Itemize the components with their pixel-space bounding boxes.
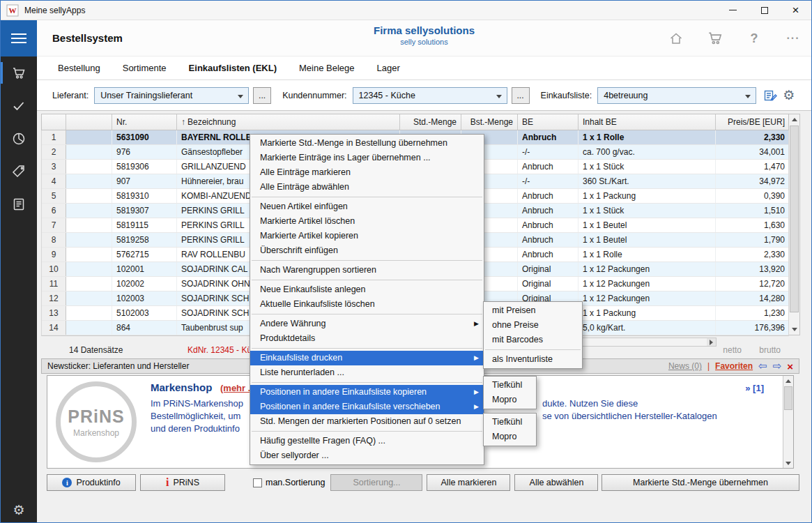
edit-list-button[interactable] <box>763 89 777 103</box>
news-scrollbar-thumb[interactable] <box>784 386 792 410</box>
tab-meine-belege[interactable]: Meine Belege <box>299 63 355 73</box>
menu-item[interactable]: Liste herunterladen ... <box>250 365 484 380</box>
man-sortierung-checkbox[interactable] <box>253 478 262 487</box>
col-select[interactable] <box>66 114 112 130</box>
lieferant-browse-button[interactable]: ... <box>253 87 271 104</box>
menu-item[interactable]: Neuen Artikel einfügen <box>250 199 484 214</box>
menu-item[interactable]: Mopro <box>484 393 536 407</box>
settings-gear-icon[interactable]: ⚙ <box>1 502 37 518</box>
sidebar-item-bestaetigen[interactable] <box>1 89 37 122</box>
kundennummer-browse-button[interactable]: ... <box>512 87 530 104</box>
menu-item[interactable]: Tiefkühl <box>484 378 536 393</box>
tab-sortimente[interactable]: Sortimente <box>123 63 167 73</box>
cart-button[interactable] <box>705 29 725 48</box>
news-scroll-down-button[interactable] <box>783 458 793 468</box>
news-pager[interactable]: » [1] <box>745 383 764 393</box>
menu-item[interactable]: Mopro <box>484 430 536 444</box>
cell-nr: 5631090 <box>112 130 177 144</box>
favoriten-link[interactable]: Favoriten <box>715 361 753 371</box>
menu-item[interactable]: Markierte Artikel löschen <box>250 214 484 229</box>
menu-toggle-button[interactable] <box>1 20 37 56</box>
info-icon: i <box>62 478 72 487</box>
col-be[interactable]: BE <box>518 114 579 130</box>
cell-rownum: 2 <box>42 145 66 159</box>
menu-item-label: Alle Einträge markieren <box>260 167 351 177</box>
netto-label[interactable]: netto <box>723 345 742 355</box>
produktinfo-button[interactable]: i Produktinfo <box>47 474 136 491</box>
minimize-button[interactable] <box>717 1 749 20</box>
menu-item[interactable]: Überschrift einfügen <box>250 243 484 258</box>
menu-item[interactable]: Andere Währung▶ <box>250 317 484 331</box>
col-bezeichnung[interactable]: ↑Bezeichnung <box>177 114 400 130</box>
scroll-right-button[interactable] <box>707 338 716 346</box>
menu-item[interactable]: Über sellyorder ... <box>250 448 484 463</box>
menu-item[interactable]: Produktdetails <box>250 331 484 346</box>
news-scroll-up-button[interactable] <box>783 376 793 386</box>
menu-item[interactable]: mit Preisen <box>484 303 582 318</box>
cell-inhalt-be: 5,0 kg/Kart. <box>579 321 716 335</box>
scroll-up-button[interactable] <box>789 114 799 125</box>
sidebar-item-preise[interactable] <box>1 155 37 188</box>
menu-item[interactable]: Markierte Std.-Menge in Bestellung übern… <box>250 136 484 151</box>
col-bst-menge[interactable]: Bst.-Menge <box>461 114 518 130</box>
list-settings-button[interactable]: ⚙ <box>783 87 795 103</box>
lieferant-select[interactable]: Unser Trainingslieferant <box>94 87 249 104</box>
table-vertical-scrollbar[interactable] <box>789 114 800 335</box>
scroll-down-button[interactable] <box>789 324 799 335</box>
scrollbar-thumb[interactable] <box>790 126 799 312</box>
home-button[interactable] <box>666 29 686 48</box>
news-link[interactable]: News (0) <box>668 361 702 371</box>
news-scrollbar[interactable] <box>783 376 793 468</box>
tab-lager[interactable]: Lager <box>377 63 400 73</box>
next-news-icon[interactable]: ⇨ <box>773 360 782 372</box>
col-std-menge[interactable]: Std.-Menge <box>400 114 461 130</box>
einkaufsliste-select[interactable]: 4betreuung <box>597 87 756 104</box>
ticker-divider: | <box>707 361 710 371</box>
prev-news-icon[interactable]: ⇦ <box>758 360 767 372</box>
sidebar-item-kataloge[interactable] <box>1 188 37 220</box>
sidebar-item-bestellung[interactable] <box>1 56 37 89</box>
tab-bestellung[interactable]: Bestellung <box>58 63 100 73</box>
prins-button[interactable]: i PRiNS <box>140 474 225 491</box>
menu-item-label: Einkaufsliste drucken <box>260 353 342 363</box>
cell-nr: 976 <box>112 145 177 159</box>
menu-item[interactable]: ohne Preise <box>484 318 582 333</box>
more-button[interactable]: ··· <box>783 29 803 48</box>
menu-item[interactable]: Einkaufsliste drucken▶ <box>250 351 484 365</box>
menu-item-label: mit Barcodes <box>492 335 543 344</box>
col-preis[interactable]: Preis/BE [EUR] <box>716 114 790 130</box>
alle-abwaehlen-button[interactable]: Alle abwählen <box>514 474 598 491</box>
menu-item[interactable]: Markierte Artikel kopieren <box>250 229 484 243</box>
maximize-button[interactable] <box>749 1 780 20</box>
menu-item[interactable]: Nach Warengruppen sortieren <box>250 263 484 278</box>
menu-item[interactable]: Positionen in andere Einkaufsliste versc… <box>250 400 484 414</box>
menu-item[interactable]: Alle Einträge abwählen <box>250 180 484 195</box>
menu-item[interactable]: Std. Mengen der markierten Positionen au… <box>250 414 484 429</box>
cell-inhalt-be: 360 St./Kart. <box>579 174 716 188</box>
menu-item[interactable]: Positionen in andere Einkaufsliste kopie… <box>250 385 484 400</box>
cell-inhalt-be: 1 x 1 Stück <box>579 160 716 174</box>
menu-item[interactable]: mit Barcodes <box>484 333 582 347</box>
menu-item[interactable]: Neue Einkaufsliste anlegen <box>250 282 484 297</box>
close-news-icon[interactable]: × <box>787 361 793 372</box>
close-button[interactable]: × <box>780 1 811 20</box>
sidebar-item-statistik[interactable] <box>1 122 37 155</box>
menu-item[interactable]: Aktuelle Einkaufsliste löschen <box>250 297 484 312</box>
menu-item[interactable]: Tiefkühl <box>484 415 536 430</box>
col-rownum[interactable] <box>42 114 66 130</box>
menu-item[interactable]: Häufig gestellte Fragen (FAQ) ... <box>250 434 484 448</box>
alle-markieren-button[interactable]: Alle markieren <box>427 474 510 491</box>
menu-item[interactable]: Markierte Einträge ins Lager übernehmen … <box>250 151 484 165</box>
cart-icon <box>11 66 26 81</box>
menu-item[interactable]: als Inventurliste <box>484 352 582 367</box>
tab-einkaufslisten-ekl[interactable]: Einkaufslisten (EKL) <box>189 63 277 73</box>
cell-inhalt-be: 1 x 12 Packungen <box>579 262 716 276</box>
cell-select <box>66 174 112 188</box>
std-menge-uebernehmen-button[interactable]: Markierte Std.-Menge übernehmen <box>602 474 799 491</box>
kundennummer-select[interactable]: 12345 - Küche <box>353 87 507 104</box>
brutto-label[interactable]: brutto <box>759 345 781 355</box>
help-button[interactable]: ? <box>744 29 764 48</box>
col-inhalt-be[interactable]: Inhalt BE <box>579 114 716 130</box>
col-nr[interactable]: Nr. <box>112 114 177 130</box>
menu-item[interactable]: Alle Einträge markieren <box>250 165 484 180</box>
